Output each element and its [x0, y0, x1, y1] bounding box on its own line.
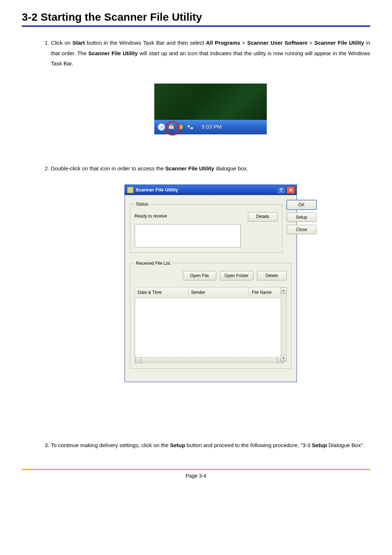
- taskbar-clock: 9:03 PM: [201, 122, 222, 132]
- page-number: Page 3-4: [22, 473, 370, 479]
- taskbar-screenshot: ‹ 9:03 PM: [154, 84, 267, 134]
- status-text: Ready to receive: [135, 212, 241, 220]
- section-heading: 3-2 Starting the Scanner File Utility: [22, 11, 370, 23]
- scroll-down-icon[interactable]: ▼: [281, 355, 287, 361]
- dialog-titlebar[interactable]: Scanner File Utility ? ✕: [125, 185, 297, 195]
- open-file-button[interactable]: Open File: [183, 271, 216, 280]
- close-window-button[interactable]: ✕: [286, 186, 295, 194]
- status-box: [135, 224, 241, 247]
- horizontal-scrollbar[interactable]: ‹ ›: [135, 357, 283, 363]
- step-1: Click on Start button in the Windows Tas…: [51, 38, 370, 134]
- scanner-utility-tray-icon[interactable]: [167, 123, 175, 131]
- open-folder-button[interactable]: Open Folder: [220, 271, 253, 280]
- scroll-left-icon[interactable]: ‹: [135, 357, 141, 363]
- vertical-scrollbar[interactable]: ▲ ▼: [281, 287, 287, 362]
- svg-rect-0: [169, 126, 174, 129]
- received-files-table[interactable]: Date & Time Sender File Name: [135, 287, 283, 357]
- col-date-time[interactable]: Date & Time: [135, 287, 188, 298]
- help-button[interactable]: ?: [277, 186, 286, 194]
- dialog-title: Scanner File Utility: [136, 186, 276, 195]
- received-file-list-label: Received File List: [135, 259, 172, 268]
- col-file-name[interactable]: File Name: [249, 287, 283, 298]
- svg-rect-2: [187, 125, 190, 127]
- setup-button[interactable]: Setup: [287, 212, 317, 222]
- tray-expand-icon[interactable]: ‹: [158, 123, 165, 131]
- ok-button[interactable]: OK: [287, 200, 317, 210]
- status-group-label: Status: [135, 200, 150, 208]
- scroll-up-icon[interactable]: ▲: [281, 287, 287, 293]
- scanner-file-utility-dialog: Scanner File Utility ? ✕ Status Ready to…: [124, 185, 297, 382]
- footer-rule: [22, 469, 370, 470]
- delete-button[interactable]: Delete: [257, 271, 287, 280]
- step-3: To continue making delivery settings, cl…: [51, 440, 370, 451]
- app-icon: [127, 187, 134, 193]
- title-rule: [22, 25, 370, 27]
- col-sender[interactable]: Sender: [188, 287, 249, 298]
- network-tray-icon[interactable]: [186, 123, 194, 131]
- svg-rect-1: [170, 125, 173, 126]
- details-button[interactable]: Details: [248, 212, 278, 222]
- close-button[interactable]: Close: [287, 225, 317, 234]
- step-2: Double-click on that icon in order to ac…: [51, 163, 370, 382]
